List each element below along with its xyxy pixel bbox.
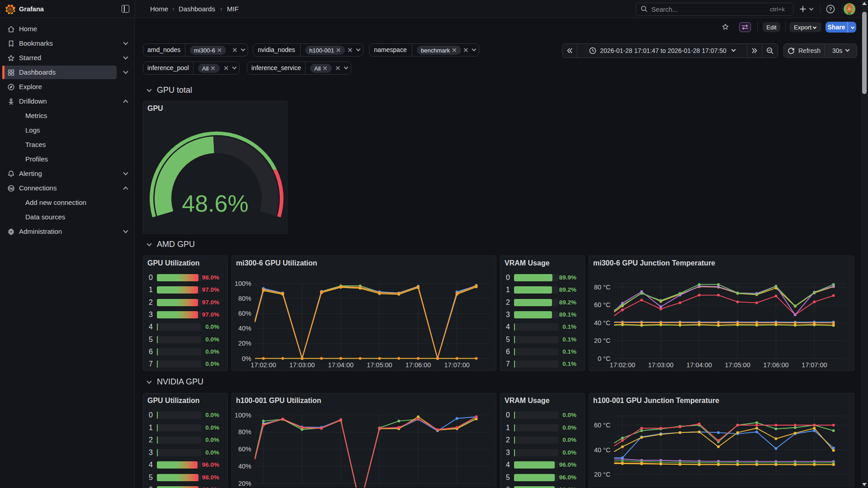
svg-text:60%: 60% [238,310,251,317]
svg-text:48.6%: 48.6% [182,190,248,217]
svg-text:17:06:00: 17:06:00 [763,361,788,369]
svg-text:20 °C: 20 °C [594,471,610,478]
svg-text:40 °C: 40 °C [594,319,610,327]
svg-text:17:05:00: 17:05:00 [725,361,750,369]
svg-text:80%: 80% [238,295,251,302]
svg-text:20 °C: 20 °C [594,337,610,344]
svg-text:80 °C: 80 °C [594,284,610,291]
svg-text:17:04:00: 17:04:00 [328,361,354,369]
svg-text:80%: 80% [238,428,251,436]
svg-text:17:02:00: 17:02:00 [250,361,276,369]
svg-text:17:02:00: 17:02:00 [610,361,635,369]
svg-text:17:03:00: 17:03:00 [648,361,673,369]
svg-text:17:07:00: 17:07:00 [444,361,469,369]
svg-text:0 °C: 0 °C [598,355,610,362]
svg-text:40%: 40% [238,463,251,470]
svg-text:40%: 40% [238,325,251,332]
svg-text:60 °C: 60 °C [594,301,610,308]
svg-text:17:04:00: 17:04:00 [686,361,712,369]
svg-text:17:03:00: 17:03:00 [289,361,315,369]
svg-text:60 °C: 60 °C [594,422,610,429]
svg-text:17:06:00: 17:06:00 [406,361,431,369]
svg-text:40 °C: 40 °C [594,446,610,454]
svg-text:17:05:00: 17:05:00 [367,361,392,369]
svg-text:20%: 20% [238,340,251,347]
svg-text:20%: 20% [238,480,251,487]
svg-text:?: ? [829,6,832,12]
svg-text:100%: 100% [235,280,251,287]
svg-text:17:07:00: 17:07:00 [802,361,827,369]
svg-text:0%: 0% [242,355,251,362]
svg-text:60%: 60% [238,445,251,453]
svg-text:100%: 100% [235,412,251,419]
